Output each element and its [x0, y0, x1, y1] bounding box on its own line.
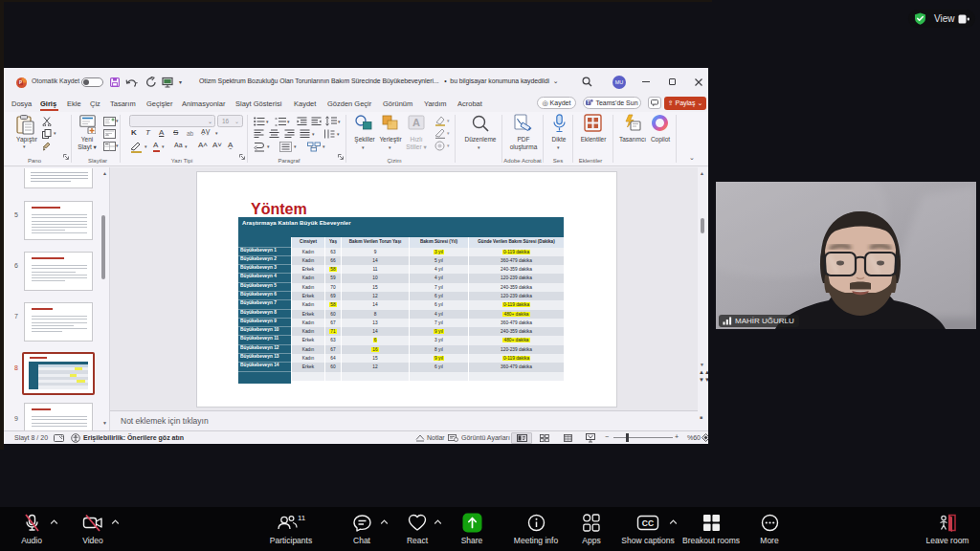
svg-text:11: 11: [298, 514, 306, 522]
svg-text:T: T: [588, 100, 590, 105]
svg-text:A: A: [412, 117, 420, 128]
svg-text:P: P: [19, 80, 22, 85]
svg-text:CC: CC: [642, 518, 654, 528]
